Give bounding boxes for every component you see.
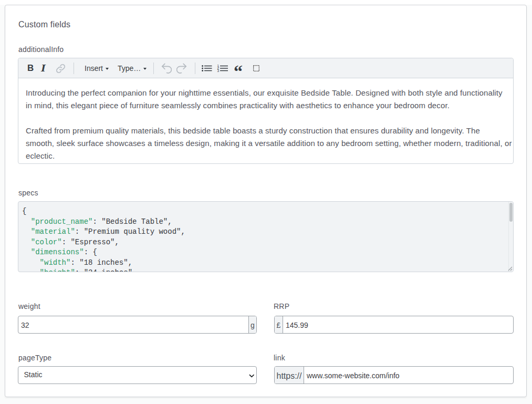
svg-text:3: 3 [217, 69, 220, 72]
